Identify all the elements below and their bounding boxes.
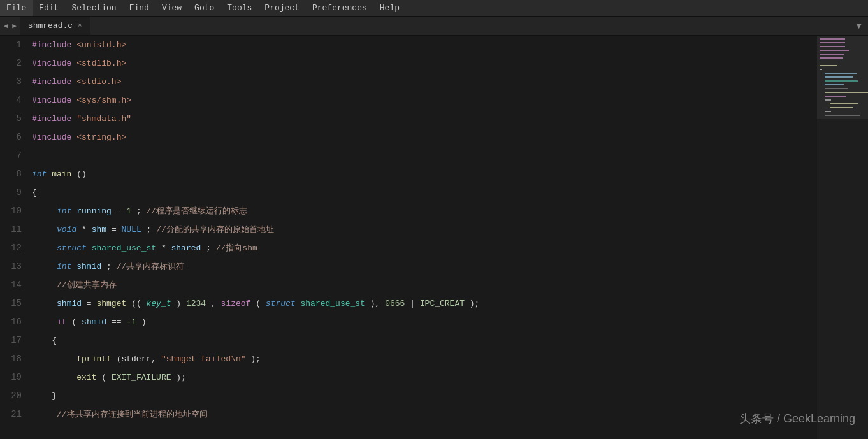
code-line-6: #include <string.h> (32, 128, 817, 147)
code-line-20: } (32, 387, 817, 405)
menu-goto[interactable]: Goto (188, 0, 221, 16)
line-num-14: 14 (6, 276, 22, 294)
menu-view[interactable]: View (156, 0, 188, 16)
tab-label: shmread.c (28, 21, 73, 31)
menu-edit[interactable]: Edit (33, 0, 65, 16)
tab-shmread[interactable]: shmread.c × (20, 17, 90, 35)
kw-include-1: #include (32, 40, 71, 50)
line-num-12: 12 (6, 239, 22, 257)
line-num-6: 6 (6, 128, 22, 147)
minimap-svg (817, 36, 868, 439)
line-num-4: 4 (6, 91, 22, 110)
line-num-17: 17 (6, 331, 22, 350)
code-line-3: #include <stdio.h> (32, 73, 817, 91)
menu-help[interactable]: Help (373, 0, 406, 16)
line-numbers: 1 2 3 4 5 6 7 8 9 10 11 12 13 14 15 16 1… (0, 36, 29, 439)
code-line-5: #include "shmdata.h" (32, 110, 817, 128)
line-num-16: 16 (6, 313, 22, 331)
menu-selection[interactable]: Selection (65, 0, 122, 16)
code-line-11: void * shm = NULL ; //分配的共享内存的原始首地址 (32, 220, 817, 239)
menu-file[interactable]: File (0, 0, 33, 16)
line-num-2: 2 (6, 54, 22, 73)
code-line-12: struct shared_use_st * shared ; //指向shm (32, 239, 817, 257)
menu-bar: File Edit Selection Find View Goto Tools… (0, 0, 868, 17)
code-line-13: int shmid ; //共享内存标识符 (32, 257, 817, 276)
menu-project[interactable]: Project (258, 0, 306, 16)
code-line-8: int main () (32, 165, 817, 184)
line-num-13: 13 (6, 257, 22, 276)
code-line-2: #include <stdlib.h> (32, 54, 817, 73)
tab-dropdown-button[interactable]: ▼ (857, 21, 862, 31)
code-line-9: { (32, 184, 817, 202)
svg-rect-21 (817, 36, 868, 119)
code-line-1: #include <unistd.h> (32, 36, 817, 54)
code-line-14: //创建共享内存 (32, 276, 817, 294)
code-line-17: { (32, 331, 817, 350)
code-line-4: #include <sys/shm.h> (32, 91, 817, 110)
line-num-19: 19 (6, 368, 22, 387)
editor-area: 1 2 3 4 5 6 7 8 9 10 11 12 13 14 15 16 1… (0, 36, 868, 439)
code-line-16: if ( shmid == -1 ) (32, 313, 817, 331)
menu-preferences[interactable]: Preferences (306, 0, 373, 16)
line-num-9: 9 (6, 184, 22, 202)
line-num-7: 7 (6, 147, 22, 165)
line-num-1: 1 (6, 36, 22, 54)
line-num-10: 10 (6, 202, 22, 220)
minimap (817, 36, 868, 439)
line-num-8: 8 (6, 165, 22, 184)
code-line-15: shmid = shmget (( key_t ) 1234 , sizeof … (32, 294, 817, 313)
line-num-3: 3 (6, 73, 22, 91)
code-line-19: exit ( EXIT_FAILURE ); (32, 368, 817, 387)
code-line-7 (32, 147, 817, 165)
line-num-15: 15 (6, 294, 22, 313)
code-line-21: //将共享内存连接到当前进程的地址空间 (32, 405, 817, 424)
code-line-10: int running = 1 ; //程序是否继续运行的标志 (32, 202, 817, 220)
line-num-5: 5 (6, 110, 22, 128)
line-num-21: 21 (6, 405, 22, 424)
code-area[interactable]: #include <unistd.h> #include <stdlib.h> … (29, 36, 817, 439)
tab-nav-arrows[interactable]: ◀ ▶ (0, 17, 20, 35)
line-num-11: 11 (6, 220, 22, 239)
menu-find[interactable]: Find (123, 0, 156, 16)
tab-bar: ◀ ▶ shmread.c × ▼ (0, 17, 868, 36)
code-line-18: fprintf (stderr, "shmget failed\n" ); (32, 350, 817, 368)
line-num-20: 20 (6, 387, 22, 405)
menu-tools[interactable]: Tools (221, 0, 258, 16)
tab-close-button[interactable]: × (78, 22, 82, 29)
line-num-18: 18 (6, 350, 22, 368)
